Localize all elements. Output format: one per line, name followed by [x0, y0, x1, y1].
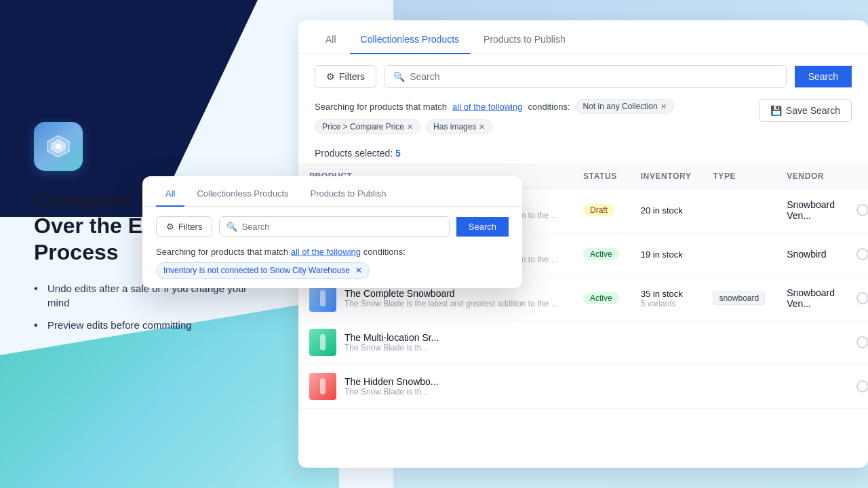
search-input[interactable]: [385, 66, 786, 87]
row-radio-1[interactable]: [856, 248, 868, 260]
app-icon: [34, 122, 83, 171]
filter-button[interactable]: ⚙ Filters: [315, 65, 376, 88]
tab-collectionless[interactable]: Collectionless Products: [350, 26, 471, 54]
product-thumb-4: [309, 373, 336, 400]
col-inventory: INVENTORY: [630, 165, 703, 188]
filter-tag-2: Has images ✕: [426, 119, 492, 134]
search-button[interactable]: Search: [795, 66, 852, 87]
conditions-left: Searching for products that match all of…: [315, 99, 759, 134]
tab-bar: All Collectionless Products Products to …: [298, 20, 868, 54]
popup-search-area: ⚙ Filters 🔍 Search: [142, 207, 522, 247]
popup-conditions-text: Searching for products that match: [156, 247, 288, 257]
row-radio-4[interactable]: [856, 380, 868, 392]
status-badge-2: Active: [583, 292, 619, 304]
search-icon: 🔍: [393, 71, 405, 82]
table-row: The Multi-location Sr... The Snow Blade …: [298, 321, 868, 365]
vendor-0: Snowboard Ven...: [787, 199, 835, 221]
popup-conditions: Searching for products that match all of…: [142, 247, 522, 288]
products-selected-bar: Products selected: 5: [298, 142, 868, 165]
inventory-1: 19 in stock: [641, 249, 692, 260]
filter-tag-0: Not in any Collection ✕: [576, 99, 674, 114]
product-thumb-3: [309, 329, 336, 356]
product-thumb-2: [309, 285, 336, 312]
popup-filter-tag-close[interactable]: ✕: [355, 266, 362, 275]
tab-all[interactable]: All: [315, 26, 347, 54]
popup-search-icon: 🔍: [226, 222, 237, 232]
products-selected-count: 5: [395, 148, 401, 159]
product-name-4: The Hidden Snowbo...: [344, 376, 439, 387]
svg-rect-7: [320, 334, 326, 350]
save-icon: 💾: [770, 105, 782, 116]
filter-tag-2-close[interactable]: ✕: [479, 123, 485, 131]
popup-filter-icon: ⚙: [166, 222, 174, 232]
save-search-button[interactable]: 💾 Save Search: [759, 99, 852, 122]
product-desc-2: The Snow Blade is the latest and greates…: [344, 299, 561, 308]
inventory-variants-2: 5 variants: [641, 299, 692, 308]
popup-filter-button[interactable]: ⚙ Filters: [156, 216, 212, 237]
popup-search-wrapper: 🔍: [219, 216, 449, 237]
popup-conditions-suffix: conditions:: [363, 247, 406, 257]
row-radio-2[interactable]: [856, 292, 868, 304]
col-type: TYPE: [702, 165, 776, 188]
inventory-2: 35 in stock: [641, 289, 692, 299]
product-desc-4: The Snow Blade is th...: [344, 387, 439, 396]
product-name-3: The Multi-location Sr...: [344, 332, 439, 343]
popup-tab-products-to-publish[interactable]: Products to Publish: [301, 182, 396, 207]
filter-tag-1: Price > Compare Price ✕: [315, 119, 420, 134]
product-name-2: The Complete Snowboard: [344, 288, 561, 299]
conditions-suffix: conditions:: [528, 102, 570, 112]
vendor-2: Snowboard Ven...: [787, 287, 835, 309]
status-badge-1: Active: [583, 248, 619, 260]
popup-tab-bar: All Collectionless Products Products to …: [142, 176, 522, 207]
popup-tab-all[interactable]: All: [156, 182, 184, 207]
filter-tag-1-close[interactable]: ✕: [407, 123, 413, 131]
conditions-prefix: Searching for products that match: [315, 102, 447, 112]
table-row: The Hidden Snowbo... The Snow Blade is t…: [298, 365, 868, 409]
search-area: ⚙ Filters 🔍 Search: [298, 54, 868, 99]
svg-rect-8: [320, 378, 326, 394]
row-radio-3[interactable]: [856, 336, 868, 348]
product-desc-3: The Snow Blade is th...: [344, 343, 439, 352]
tab-products-to-publish[interactable]: Products to Publish: [473, 26, 576, 54]
popup-conditions-link[interactable]: all of the following: [291, 247, 361, 257]
col-action: [846, 165, 868, 188]
popup-tab-collectionless[interactable]: Collectionless Products: [187, 182, 298, 207]
bullet-list: Undo edits after a sale or if you change…: [34, 281, 271, 340]
bullet-item-2: Preview edits before committing: [34, 318, 271, 332]
popup-search-button[interactable]: Search: [456, 217, 509, 237]
svg-point-2: [56, 144, 61, 149]
conditions-link[interactable]: all of the following: [452, 102, 522, 112]
inventory-0: 20 in stock: [641, 205, 692, 216]
svg-rect-6: [320, 290, 326, 306]
status-badge-0: Draft: [583, 204, 614, 216]
type-tag-2: snowboard: [713, 291, 765, 305]
popup-overlay: All Collectionless Products Products to …: [142, 176, 522, 288]
vendor-1: Snowbird: [787, 249, 826, 260]
col-vendor: VENDOR: [776, 165, 846, 188]
popup-filter-tag: Inventory is not connected to Snow City …: [156, 262, 370, 279]
filter-icon: ⚙: [326, 71, 335, 82]
conditions-outer: Searching for products that match all of…: [298, 99, 868, 142]
popup-search-input[interactable]: [220, 217, 448, 237]
col-status: STATUS: [572, 165, 630, 188]
row-radio-0[interactable]: [856, 204, 868, 216]
app-icon-svg: [45, 133, 72, 160]
search-wrapper: 🔍: [384, 65, 787, 88]
filter-tag-0-close[interactable]: ✕: [660, 102, 667, 111]
